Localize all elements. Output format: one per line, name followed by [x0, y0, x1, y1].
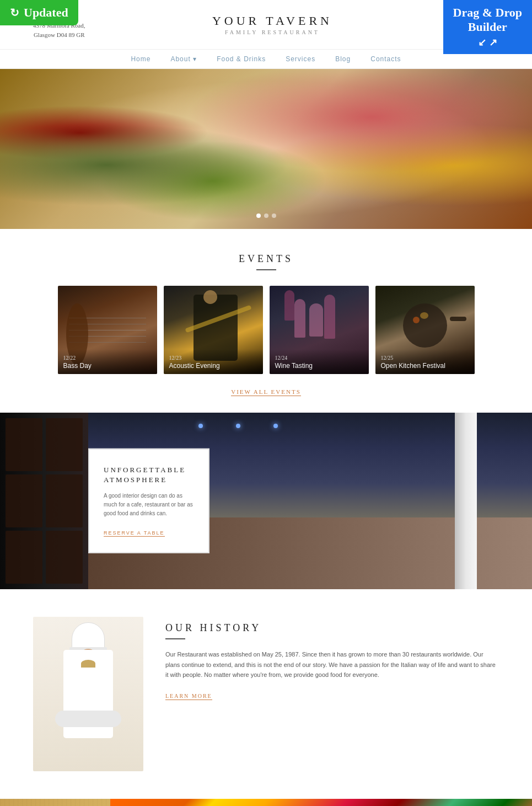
event-name-2: Acoustic Evening: [169, 362, 257, 370]
event-date-1: 12/22: [63, 355, 152, 361]
atmosphere-title: UNFORGETTABLEATMOSPHERE: [104, 465, 194, 485]
event-overlay-4: 12/25 Open Kitchen Festival: [375, 349, 475, 374]
event-overlay-2: 12/23 Acoustic Evening: [164, 349, 263, 374]
hero-dots: [256, 213, 276, 218]
history-title: OUR HISTORY: [165, 622, 499, 634]
dnd-badge: Drag & DropBuilder ↙ ↗: [443, 0, 532, 54]
event-card-2[interactable]: 12/23 Acoustic Evening: [164, 286, 263, 374]
chef-figure: [33, 617, 143, 771]
event-date-2: 12/23: [169, 355, 257, 361]
events-grid: 12/22 Bass Day 12/23 Acoustic Evening: [22, 286, 510, 374]
hero-image: [0, 69, 532, 229]
event-name-4: Open Kitchen Festival: [381, 362, 469, 370]
header-logo: YOUR TAVERN FAMILY RESTAURANT: [212, 14, 332, 35]
history-content: OUR HISTORY Our Restaurant was establish…: [165, 617, 499, 700]
arrows-icon: ↙ ↗: [453, 37, 522, 49]
events-section: EVENTS 12/22 Bass Day: [0, 229, 532, 413]
event-card-1[interactable]: 12/22 Bass Day: [58, 286, 157, 374]
hero-dot-3[interactable]: [272, 213, 276, 218]
event-date-4: 12/25: [381, 355, 469, 361]
hero-dot-1[interactable]: [256, 213, 261, 218]
view-all-wrap: VIEW ALL EVENTS: [22, 386, 510, 396]
dnd-label: Drag & DropBuilder: [453, 6, 522, 34]
nav-food[interactable]: Food & Drinks: [217, 55, 266, 63]
food-bottom-section: FOOD & DRINKS: [0, 799, 532, 806]
learn-more-link[interactable]: LEARN MORE: [165, 693, 212, 700]
view-all-events-link[interactable]: VIEW ALL EVENTS: [231, 388, 301, 396]
event-name-1: Bass Day: [63, 362, 152, 370]
event-overlay-1: 12/22 Bass Day: [58, 349, 157, 374]
event-overlay-3: 12/24 Wine Tasting: [270, 349, 369, 374]
atmosphere-box: UNFORGETTABLEATMOSPHERE A good interior …: [88, 449, 209, 553]
nav-about[interactable]: About ▾: [170, 55, 197, 63]
hero-dot-2[interactable]: [264, 213, 268, 218]
food-bottom-right: [110, 799, 532, 806]
history-text: Our Restaurant was established on May 25…: [165, 649, 499, 680]
refresh-icon: ↻: [10, 6, 19, 19]
nav-home[interactable]: Home: [131, 55, 151, 63]
history-section: OUR HISTORY Our Restaurant was establish…: [0, 589, 532, 799]
nav-services[interactable]: Services: [286, 55, 315, 63]
interior-left-wall: [0, 413, 88, 589]
event-date-3: 12/24: [275, 355, 363, 361]
events-divider: [256, 269, 276, 270]
hero-section: [0, 69, 532, 229]
chef-hat: [72, 622, 105, 650]
history-divider: [165, 638, 185, 639]
nav-blog[interactable]: Blog: [335, 55, 351, 63]
atmosphere-text: A good interior design can do as much fo…: [104, 492, 194, 518]
logo-sub: FAMILY RESTAURANT: [212, 29, 332, 35]
updated-label: Updated: [24, 6, 68, 20]
logo-main: YOUR TAVERN: [212, 14, 332, 28]
nav-contacts[interactable]: Contacts: [370, 55, 401, 63]
address-line2: Glasgow D04 89 GR: [34, 31, 85, 38]
event-card-3[interactable]: 12/24 Wine Tasting: [270, 286, 369, 374]
updated-badge: ↻ Updated: [0, 0, 78, 25]
reserve-table-button[interactable]: RESERVE A TABLE: [104, 530, 165, 537]
events-title: EVENTS: [22, 253, 510, 265]
food-bottom-left: [0, 799, 116, 806]
atmosphere-section: UNFORGETTABLEATMOSPHERE A good interior …: [0, 413, 532, 589]
event-name-3: Wine Tasting: [275, 362, 363, 370]
event-card-4[interactable]: 12/25 Open Kitchen Festival: [375, 286, 475, 374]
